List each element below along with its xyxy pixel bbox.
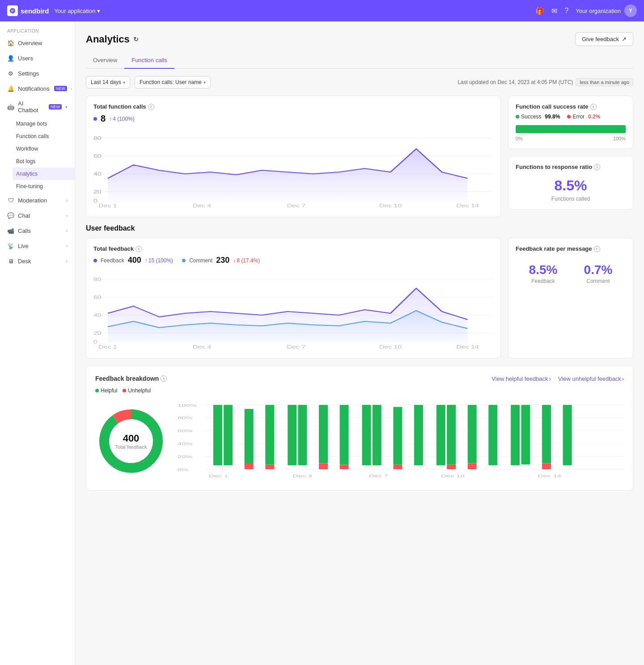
svg-rect-67 <box>488 405 497 465</box>
org-label: Your organization <box>576 8 621 14</box>
sidebar-item-analytics[interactable]: Analytics <box>13 168 75 180</box>
sidebar-item-desk[interactable]: 🖥 Desk › <box>0 253 75 269</box>
success-legend: Success 99.8% Error 0.2% <box>516 114 626 120</box>
sidebar-item-ai-chatbot[interactable]: 🤖 AI Chatbot NEW ▾ <box>0 96 75 118</box>
chevron-icon: › <box>66 198 68 203</box>
svg-text:Dec 14: Dec 14 <box>538 474 561 478</box>
sidebar-item-workflow[interactable]: Workflow <box>13 143 75 155</box>
info-icon[interactable]: i <box>136 246 142 252</box>
chevron-icon: › <box>71 86 72 91</box>
svg-rect-62 <box>436 405 445 465</box>
date-range-filter[interactable]: Last 14 days ▾ <box>86 76 130 88</box>
help-icon[interactable]: ? <box>564 7 568 15</box>
sidebar-item-fine-tuning[interactable]: Fine-tuning <box>13 180 75 193</box>
sidebar-item-live[interactable]: 📡 Live › <box>0 238 75 253</box>
chevron-down-icon: ▾ <box>97 8 100 14</box>
sidebar-item-users[interactable]: 👤 Users <box>0 51 75 66</box>
ai-chatbot-badge: NEW <box>49 104 62 109</box>
total-feedback-card: Total feedback i Feedback 400 ↑ 15 (100%… <box>86 238 501 358</box>
sidebar-section-label: APPLICATION <box>0 21 75 35</box>
svg-rect-53 <box>319 405 328 463</box>
card-title-feedback: Total feedback i <box>93 245 493 252</box>
svg-text:Dec 14: Dec 14 <box>456 345 479 349</box>
feedback-rate-feedback: 8.5% Feedback <box>529 263 558 284</box>
logo[interactable]: sendbird <box>7 5 49 16</box>
ai-chatbot-submenu: Manage bots Function calls Workflow Bot … <box>0 118 75 193</box>
svg-rect-51 <box>288 405 297 465</box>
home-icon: 🏠 <box>7 39 14 46</box>
progress-bar <box>516 125 626 133</box>
breakdown-content: 400 Total feedback 100% 80% 60% 40% 20% … <box>95 401 624 481</box>
sidebar-item-moderation[interactable]: 🛡 Moderation › <box>0 193 75 208</box>
breakdown-actions: View helpful feedback › View unhelpful f… <box>491 375 624 382</box>
sidebar-item-settings[interactable]: ⚙ Settings <box>0 66 75 81</box>
progress-labels: 0% 100% <box>516 136 626 141</box>
svg-text:Dec 1: Dec 1 <box>98 203 117 208</box>
stat-dot <box>93 117 97 121</box>
user-feedback-section-title: User feedback <box>86 224 633 232</box>
filters-row: Last 14 days ▾ Function calls: User name… <box>86 76 633 88</box>
calls-icon: 📹 <box>7 227 14 234</box>
card-title-success: Function call success rate i <box>516 103 626 110</box>
sidebar-item-overview[interactable]: 🏠 Overview <box>0 35 75 51</box>
success-rate-card: Function call success rate i Success 99.… <box>508 96 633 149</box>
svg-text:40: 40 <box>93 313 102 318</box>
bell-icon: 🔔 <box>7 85 14 92</box>
red-dot <box>567 115 571 118</box>
ratio-value: 8.5% <box>516 177 626 194</box>
legend-error: Error 0.2% <box>567 114 600 120</box>
time-badge: less than a minute ago <box>576 78 633 86</box>
feedback-rate-label: Feedback <box>529 278 558 284</box>
sidebar-item-function-calls[interactable]: Function calls <box>13 130 75 143</box>
card-title-function-calls: Total function calls i <box>93 103 493 110</box>
comment-rate-val: 0.7% <box>584 263 613 277</box>
ratio-label: Functions called <box>516 196 626 202</box>
sidebar-item-calls[interactable]: 📹 Calls › <box>0 223 75 238</box>
feedback-cards-row: Total feedback i Feedback 400 ↑ 15 (100%… <box>86 238 633 358</box>
view-unhelpful-link[interactable]: View unhelpful feedback › <box>558 375 624 382</box>
tab-function-calls[interactable]: Function calls <box>124 53 174 69</box>
logo-text: sendbird <box>21 7 49 15</box>
desk-icon: 🖥 <box>7 257 14 265</box>
users-icon: 👤 <box>7 55 14 62</box>
svg-rect-63 <box>447 405 456 464</box>
svg-rect-56 <box>340 464 349 469</box>
sidebar: APPLICATION 🏠 Overview 👤 Users ⚙ Setting… <box>0 21 75 665</box>
stat-row: 8 ↑ 4 (100%) <box>93 114 493 124</box>
feedback-value: 400 <box>128 256 141 265</box>
view-helpful-link[interactable]: View helpful feedback › <box>491 375 551 382</box>
legend-success: Success 99.8% <box>516 114 560 120</box>
tabs: Overview Function calls <box>86 53 633 69</box>
gift-icon[interactable]: 🎁 <box>535 7 544 15</box>
info-icon[interactable]: i <box>594 164 600 170</box>
sidebar-item-bot-logs[interactable]: Bot logs <box>13 155 75 168</box>
success-bar <box>516 125 626 133</box>
sidebar-item-notifications[interactable]: 🔔 Notifications NEW › <box>0 81 75 96</box>
live-icon: 📡 <box>7 242 14 249</box>
up-icon: ↑ <box>145 257 148 264</box>
refresh-button[interactable]: ↻ <box>133 36 139 43</box>
svg-text:60: 60 <box>93 295 102 300</box>
svg-rect-55 <box>340 405 349 464</box>
comment-change: ↓ 8 (17.4%) <box>233 257 260 264</box>
info-icon[interactable]: i <box>161 375 167 382</box>
mail-icon[interactable]: ✉ <box>551 7 557 15</box>
give-feedback-button[interactable]: Give feedback ↗ <box>575 32 633 46</box>
app-selector[interactable]: Your application ▾ <box>54 8 100 14</box>
info-icon[interactable]: i <box>148 104 154 110</box>
gear-icon: ⚙ <box>7 70 14 77</box>
info-icon[interactable]: i <box>594 246 600 252</box>
avatar: Y <box>624 4 637 17</box>
tab-overview[interactable]: Overview <box>86 53 124 69</box>
feedback-stat-row: Feedback 400 ↑ 15 (100%) Comment 230 ↓ 8… <box>93 256 493 265</box>
sidebar-item-manage-bots[interactable]: Manage bots <box>13 118 75 130</box>
sidebar-item-chat[interactable]: 💬 Chat › <box>0 208 75 223</box>
comment-value: 230 <box>216 256 229 265</box>
svg-rect-61 <box>414 405 423 465</box>
org-button[interactable]: Your organization Y <box>576 4 637 17</box>
svg-text:Dec 1: Dec 1 <box>98 345 117 349</box>
svg-text:20%: 20% <box>178 455 192 459</box>
function-filter[interactable]: Function calls: User name ▾ <box>135 76 211 88</box>
stat-change: ↑ 4 (100%) <box>109 116 135 122</box>
info-icon[interactable]: i <box>590 104 597 110</box>
